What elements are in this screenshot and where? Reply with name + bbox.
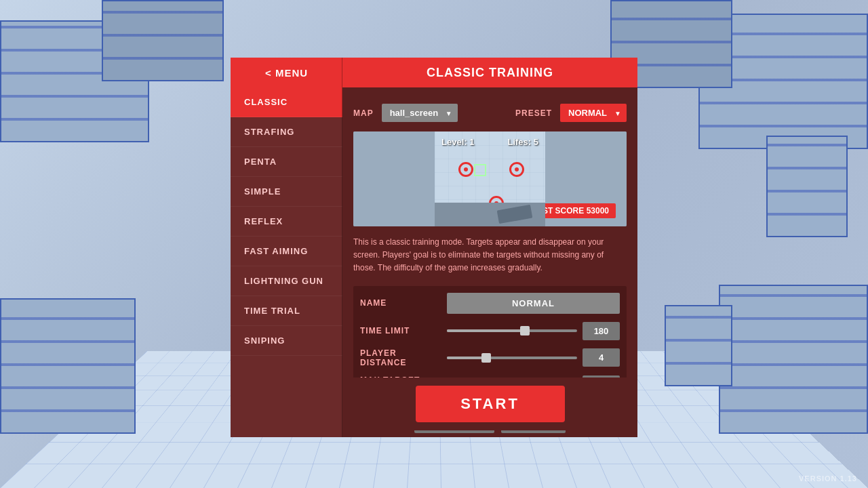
name-label: NAME bbox=[360, 298, 441, 308]
bg-block-7 bbox=[766, 136, 848, 237]
mode-description: This is a classic training mode. Targets… bbox=[353, 236, 627, 275]
player-distance-label: PLAYER DISTANCE bbox=[360, 348, 441, 367]
top-controls-bar: MAP hall_screen open_field corridor aren… bbox=[353, 104, 627, 122]
player-distance-slider[interactable] bbox=[447, 357, 577, 359]
preview-lifes: Lifes: 5 bbox=[507, 137, 538, 147]
game-preview: Level: 1 Lifes: 5 BEST SCORE 53000 bbox=[353, 131, 627, 226]
sidebar-item-penta[interactable]: PENTA bbox=[231, 147, 342, 177]
sidebar: < MENU CLASSICSTRAFINGPENTASIMPLEREFLEXF… bbox=[231, 58, 342, 437]
time-limit-label: TIME LIMIT bbox=[360, 326, 441, 336]
preview-level: Level: 1 bbox=[441, 137, 474, 147]
sidebar-item-strafing[interactable]: STRAFING bbox=[231, 117, 342, 147]
map-select[interactable]: hall_screen open_field corridor arena bbox=[382, 104, 458, 122]
preset-select[interactable]: EASY NORMAL HARD CUSTOM bbox=[560, 104, 627, 122]
player-distance-value: 4 bbox=[583, 348, 620, 367]
bg-block-5 bbox=[0, 298, 136, 434]
setting-row-name: NAME NORMAL bbox=[360, 293, 620, 314]
time-limit-slider[interactable] bbox=[447, 329, 577, 332]
sidebar-item-sniping[interactable]: SNIPING bbox=[231, 326, 342, 356]
time-limit-value: 180 bbox=[583, 322, 620, 340]
bg-block-6 bbox=[719, 285, 868, 434]
preview-left-wall bbox=[353, 131, 435, 226]
preset-select-wrap[interactable]: EASY NORMAL HARD CUSTOM bbox=[560, 104, 627, 122]
version-label: VERSION 1.13 bbox=[799, 474, 857, 483]
map-label: MAP bbox=[353, 108, 374, 118]
sidebar-item-fast-aiming[interactable]: FAST AIMING bbox=[231, 237, 342, 266]
setting-row-time-limit: TIME LIMIT 180 bbox=[360, 322, 620, 340]
bg-block-2 bbox=[102, 0, 224, 81]
sidebar-divider bbox=[342, 58, 342, 437]
sidebar-item-time-trial[interactable]: TIME TRIAL bbox=[231, 296, 342, 326]
panel-title: CLASSIC TRAINING bbox=[427, 66, 553, 80]
start-button[interactable]: START bbox=[416, 386, 565, 422]
map-select-wrap[interactable]: hall_screen open_field corridor arena bbox=[382, 104, 458, 122]
bg-block-8 bbox=[665, 305, 732, 386]
menu-back-button[interactable]: < MENU bbox=[231, 58, 342, 87]
sidebar-item-reflex[interactable]: REFLEX bbox=[231, 207, 342, 237]
sidebar-item-simple[interactable]: SIMPLE bbox=[231, 177, 342, 207]
crosshair bbox=[474, 164, 486, 176]
target-2 bbox=[509, 162, 524, 177]
setting-row-player-distance: PLAYER DISTANCE 4 bbox=[360, 348, 620, 367]
target-1 bbox=[458, 162, 473, 177]
sidebar-item-classic[interactable]: CLASSIC bbox=[231, 87, 342, 117]
start-button-section: START bbox=[342, 378, 637, 430]
name-value-button[interactable]: NORMAL bbox=[447, 293, 620, 314]
sidebar-item-lightning-gun[interactable]: LIGHTNING GUN bbox=[231, 266, 342, 296]
preset-label: PRESET bbox=[515, 108, 552, 118]
